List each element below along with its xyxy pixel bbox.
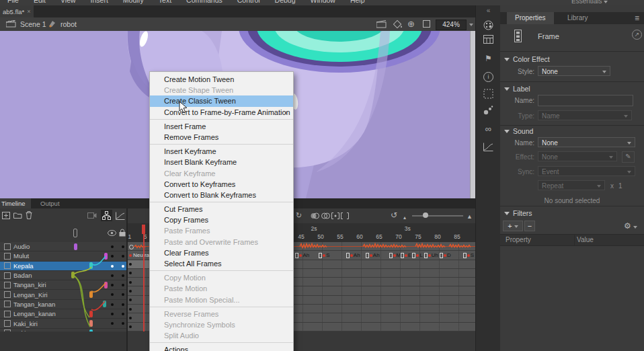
keyframe-marker[interactable]	[129, 290, 132, 292]
sound-effect-dropdown[interactable]: None	[538, 151, 617, 161]
layer-parent-pill[interactable]	[89, 311, 93, 317]
parenting-view-toggle[interactable]	[101, 210, 112, 221]
context-menu-item[interactable]: Insert Keyframe	[150, 146, 293, 157]
context-menu-item[interactable]: Insert Blank Keyframe	[150, 157, 293, 167]
timeline-zoom-slider-knob[interactable]	[423, 212, 428, 218]
lip-keyframe-flag-icon[interactable]	[463, 253, 467, 258]
sound-repeat-dropdown[interactable]: Repeat	[538, 180, 605, 190]
lip-keyframe-flag-icon[interactable]	[295, 253, 298, 258]
layer-visibility-dot[interactable]	[111, 284, 114, 286]
panel-menu-icon[interactable]: ≡	[635, 13, 639, 23]
lip-keyframe-flag-icon[interactable]	[346, 253, 350, 258]
menubar-item-commands[interactable]: Commands	[179, 0, 230, 5]
new-folder-icon[interactable]	[13, 212, 22, 219]
new-layer-icon[interactable]	[2, 212, 10, 219]
timeline-zoom-slider[interactable]	[412, 215, 463, 217]
menubar-item-edit[interactable]: Edit	[26, 0, 53, 5]
keyframe-marker[interactable]	[129, 299, 132, 301]
camera-small-icon[interactable]	[376, 20, 387, 28]
context-menu-item[interactable]: Select All Frames	[150, 258, 293, 269]
context-menu-item[interactable]: Convert to Frame-by-Frame Animation›	[150, 107, 293, 118]
lock-icon[interactable]	[119, 229, 126, 237]
layer-visibility-dot[interactable]	[111, 293, 114, 296]
layer-visibility-dot[interactable]	[111, 313, 114, 315]
section-filters[interactable]: Filters	[504, 209, 532, 217]
keyframe-marker[interactable]	[350, 254, 353, 257]
modify-markers-icon[interactable]	[341, 212, 349, 219]
menubar-item-view[interactable]: View	[53, 0, 83, 5]
color-palette-icon[interactable]	[483, 20, 493, 30]
layer-visibility-dot[interactable]	[111, 322, 114, 325]
timeline-zoom-out-icon[interactable]: ▴	[403, 213, 406, 223]
keyframe-marker[interactable]	[467, 254, 470, 257]
menubar-item-file[interactable]: File	[0, 0, 26, 5]
layer-lock-dot[interactable]	[122, 255, 124, 258]
layer-lock-dot[interactable]	[122, 322, 124, 325]
layer-parent-pill[interactable]	[104, 253, 108, 260]
remove-filter-button[interactable]: −	[524, 221, 535, 231]
menubar-item-debug[interactable]: Debug	[268, 0, 303, 5]
context-menu-item[interactable]: Convert to Blank Keyframes	[150, 190, 293, 200]
layer-lock-dot[interactable]	[122, 303, 124, 306]
menubar-item-insert[interactable]: Insert	[83, 0, 116, 5]
delete-layer-trash-icon[interactable]	[26, 211, 32, 219]
reset-timeline-zoom-icon[interactable]: ↺	[391, 210, 397, 220]
layer-visibility-dot[interactable]	[111, 303, 114, 306]
keyframe-marker[interactable]	[129, 325, 132, 328]
layer-visibility-dot[interactable]	[111, 274, 114, 277]
workspace-switcher[interactable]: Essentials	[571, 0, 608, 5]
keyframe-marker[interactable]	[444, 254, 446, 257]
layer-parent-pill[interactable]	[74, 243, 77, 250]
cc-libraries-icon[interactable]: ∞	[476, 124, 501, 134]
layer-lock-dot[interactable]	[122, 293, 124, 296]
section-label[interactable]: Label	[504, 85, 530, 93]
sound-name-dropdown[interactable]: None	[538, 137, 635, 147]
layer-parent-pill[interactable]	[104, 282, 108, 288]
keyframe-marker[interactable]	[129, 254, 132, 257]
sound-sync-dropdown[interactable]: Event	[538, 166, 635, 176]
center-frame-icon[interactable]: ⊕	[407, 19, 415, 29]
close-icon[interactable]: ×	[27, 8, 30, 15]
tab-library[interactable]: Library	[559, 12, 596, 24]
section-sound[interactable]: Sound	[504, 127, 533, 135]
tab-output[interactable]: Output	[35, 198, 65, 208]
layer-parent-pill[interactable]	[71, 272, 75, 278]
info-icon[interactable]: i	[476, 71, 501, 82]
onion-skin-icon[interactable]	[311, 212, 319, 219]
help-share-icon[interactable]: ↗	[632, 30, 642, 40]
collapse-panels-icon[interactable]: «	[476, 7, 501, 14]
align-flag-icon[interactable]: ⚑	[476, 54, 501, 63]
layer-lock-dot[interactable]	[122, 245, 124, 248]
menubar-item-control[interactable]: Control	[230, 0, 268, 5]
onion-skin-outlines-icon[interactable]	[321, 212, 330, 219]
lip-keyframe-flag-icon[interactable]	[412, 253, 415, 258]
layer-lock-dot[interactable]	[122, 274, 124, 277]
zoom-level-input[interactable]: 424%	[436, 20, 467, 30]
context-menu-item[interactable]: Remove Frames	[150, 132, 293, 143]
layer-row-kaki_kiri[interactable]: Kaki_kiri	[0, 319, 126, 328]
context-menu-item[interactable]: Create Classic Tween	[150, 95, 293, 106]
label-type-dropdown[interactable]: Name	[538, 110, 632, 120]
keyframe-marker[interactable]	[129, 281, 132, 284]
layer-visibility-dot[interactable]	[111, 265, 114, 268]
layer-row-audio[interactable]: Audio	[0, 242, 126, 251]
layer-parent-pill[interactable]	[89, 291, 93, 298]
layer-lock-dot[interactable]	[122, 265, 124, 268]
camera-layer-icon[interactable]	[87, 212, 97, 219]
tab-timeline[interactable]: Timeline	[0, 198, 31, 208]
layer-row-kepala[interactable]: Kepala	[0, 262, 126, 271]
menubar-item-modify[interactable]: Modify	[116, 0, 151, 5]
menubar-item-window[interactable]: Window	[303, 0, 343, 5]
layer-lock-dot[interactable]	[122, 313, 124, 315]
zoom-dropdown-icon[interactable]	[469, 24, 473, 26]
style-dropdown[interactable]: None	[538, 66, 610, 76]
label-name-input[interactable]	[538, 95, 633, 106]
layer-row-lengan_kanan[interactable]: Lengan_kanan	[0, 309, 126, 319]
keyframe-marker[interactable]	[428, 254, 431, 257]
layer-parent-pill[interactable]	[103, 301, 106, 307]
keyframe-marker[interactable]	[129, 317, 132, 319]
lip-keyframe-flag-icon[interactable]	[366, 253, 369, 258]
breadcrumb-scene[interactable]: Scene 1	[20, 20, 46, 28]
keyframe-marker[interactable]	[129, 272, 132, 274]
repeat-count[interactable]: 1	[618, 182, 622, 190]
